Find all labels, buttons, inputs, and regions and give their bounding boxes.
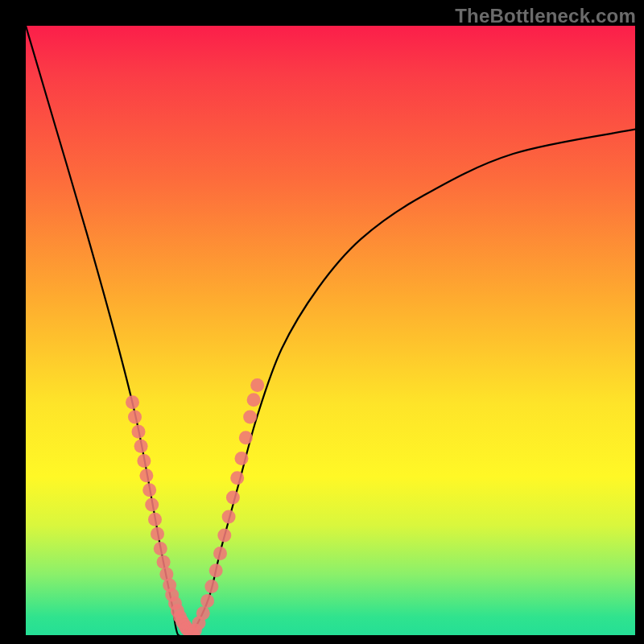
data-dot xyxy=(134,440,148,453)
curve-svg xyxy=(26,26,635,635)
data-dot xyxy=(200,594,214,608)
data-dot xyxy=(243,411,257,424)
data-dot xyxy=(247,393,261,407)
data-dot xyxy=(157,555,171,569)
chart-frame: TheBottleneck.com xyxy=(0,0,644,644)
data-dot xyxy=(126,395,139,409)
dots-left-arm xyxy=(126,395,200,635)
data-dot xyxy=(235,452,249,465)
data-dot xyxy=(139,469,153,482)
bottleneck-curve-left xyxy=(26,26,190,635)
data-dot xyxy=(137,454,151,468)
watermark: TheBottleneck.com xyxy=(455,5,636,27)
data-dot xyxy=(154,542,167,555)
data-dot xyxy=(148,513,162,526)
data-dot xyxy=(196,606,210,620)
bottleneck-curve-right xyxy=(178,130,635,635)
data-dot xyxy=(132,425,146,439)
data-dot xyxy=(145,498,159,512)
data-dot xyxy=(226,490,240,504)
dots-right-arm xyxy=(188,378,264,635)
data-dot xyxy=(217,528,231,542)
data-dot xyxy=(239,431,253,444)
plot-area xyxy=(26,26,635,635)
data-dot xyxy=(250,378,264,392)
data-dot xyxy=(213,547,227,560)
data-dot xyxy=(222,510,236,524)
data-dot xyxy=(151,527,164,541)
data-dot xyxy=(142,483,156,497)
data-dot xyxy=(204,580,218,593)
data-dot xyxy=(209,564,223,577)
data-dot xyxy=(230,471,244,485)
data-dot xyxy=(128,411,142,424)
